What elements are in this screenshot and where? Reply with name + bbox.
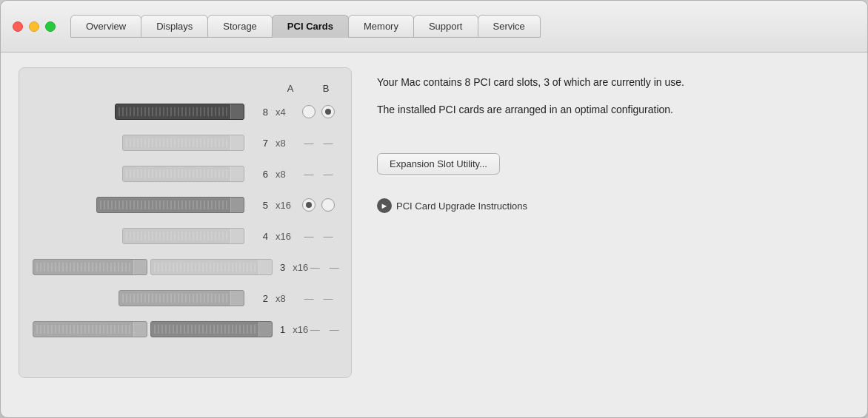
pci-card-right-1 bbox=[150, 321, 273, 337]
description-2: The installed PCI cards are arranged in … bbox=[377, 102, 842, 118]
slot-a-dash-6: — bbox=[302, 169, 316, 180]
slots-header: A B bbox=[33, 83, 338, 94]
slot-number-4: 4 bbox=[252, 231, 268, 242]
slot-indicators-4: —— bbox=[299, 231, 338, 242]
maximize-button[interactable] bbox=[45, 21, 56, 32]
tab-memory[interactable]: Memory bbox=[348, 15, 414, 38]
col-b-label: B bbox=[318, 83, 333, 94]
pci-panel: A B 8x47x8——6x8——5x164x16——3x16——2x8——1x… bbox=[19, 67, 352, 378]
slot-a-dash-1: — bbox=[308, 324, 321, 335]
minimize-button[interactable] bbox=[29, 21, 39, 32]
slot-indicators-3: —— bbox=[308, 262, 341, 273]
slot-indicators-7: —— bbox=[299, 138, 338, 149]
slot-a-radio-5[interactable] bbox=[302, 198, 316, 212]
slot-indicators-2: —— bbox=[299, 293, 338, 304]
tab-support[interactable]: Support bbox=[413, 15, 478, 38]
slot-speed-5: x16 bbox=[276, 200, 299, 211]
slot-number-5: 5 bbox=[252, 200, 268, 211]
slot-speed-6: x8 bbox=[276, 169, 299, 180]
slot-b-radio-5[interactable] bbox=[321, 198, 335, 212]
slot-number-7: 7 bbox=[252, 138, 268, 149]
slots-container: 8x47x8——6x8——5x164x16——3x16——2x8——1x16—— bbox=[33, 100, 338, 341]
slot-speed-8: x4 bbox=[276, 107, 299, 118]
slot-indicators-5 bbox=[299, 198, 338, 212]
upgrade-icon: ► bbox=[377, 198, 392, 213]
description-1: Your Mac contains 8 PCI card slots, 3 of… bbox=[377, 75, 842, 90]
slot-indicators-1: —— bbox=[308, 324, 341, 335]
toolbar: OverviewDisplaysStoragePCI CardsMemorySu… bbox=[1, 1, 867, 53]
slot-speed-1: x16 bbox=[293, 324, 308, 335]
slot-cards-1 bbox=[33, 321, 273, 337]
tab-displays[interactable]: Displays bbox=[141, 15, 208, 38]
pci-card-right-8 bbox=[115, 104, 244, 120]
window-controls bbox=[13, 21, 56, 32]
slot-row-2: 2x8—— bbox=[33, 286, 338, 310]
slot-speed-7: x8 bbox=[276, 138, 299, 149]
pci-card-right-2 bbox=[118, 290, 244, 306]
slot-row-7: 7x8—— bbox=[33, 131, 338, 155]
slot-cards-4 bbox=[33, 228, 244, 244]
slot-cards-6 bbox=[33, 166, 244, 182]
slot-a-radio-8[interactable] bbox=[302, 105, 316, 118]
pci-card-left-3 bbox=[33, 259, 147, 275]
col-a-label: A bbox=[283, 83, 298, 94]
slot-a-dash-7: — bbox=[302, 138, 316, 149]
slot-number-1: 1 bbox=[280, 324, 285, 335]
slot-b-dash-7: — bbox=[321, 138, 335, 149]
pci-card-right-7 bbox=[122, 135, 244, 151]
slot-cards-2 bbox=[33, 290, 244, 306]
slot-row-8: 8x4 bbox=[33, 100, 338, 124]
tab-bar: OverviewDisplaysStoragePCI CardsMemorySu… bbox=[70, 15, 540, 38]
slot-speed-2: x8 bbox=[276, 293, 299, 304]
slot-row-4: 4x16—— bbox=[33, 224, 338, 248]
slot-row-3: 3x16—— bbox=[33, 255, 338, 279]
pci-card-right-3 bbox=[150, 259, 273, 275]
slot-indicators-6: —— bbox=[299, 169, 338, 180]
pci-card-right-4 bbox=[122, 228, 244, 244]
slot-number-6: 6 bbox=[252, 169, 268, 180]
slot-number-2: 2 bbox=[252, 293, 268, 304]
tab-overview[interactable]: Overview bbox=[70, 15, 141, 38]
tab-service[interactable]: Service bbox=[478, 15, 541, 38]
slot-row-5: 5x16 bbox=[33, 193, 338, 217]
tab-storage[interactable]: Storage bbox=[207, 15, 273, 38]
slot-number-3: 3 bbox=[280, 262, 285, 273]
slot-b-dash-4: — bbox=[321, 231, 335, 242]
slot-speed-3: x16 bbox=[293, 262, 308, 273]
slot-b-dash-6: — bbox=[321, 169, 335, 180]
slot-cards-8 bbox=[33, 104, 244, 120]
info-text: Your Mac contains 8 PCI card slots, 3 of… bbox=[377, 75, 842, 129]
pci-card-right-5 bbox=[96, 197, 244, 213]
slot-b-dash-3: — bbox=[327, 262, 341, 273]
pci-card-right-6 bbox=[122, 166, 244, 182]
slot-indicators-8 bbox=[299, 105, 338, 118]
tab-pci-cards[interactable]: PCI Cards bbox=[272, 15, 349, 38]
slot-cards-5 bbox=[33, 197, 244, 213]
slot-b-dash-2: — bbox=[321, 293, 335, 304]
slot-b-radio-8[interactable] bbox=[321, 105, 335, 118]
close-button[interactable] bbox=[13, 21, 23, 32]
info-panel: Your Mac contains 8 PCI card slots, 3 of… bbox=[370, 67, 849, 213]
pci-card-left-1 bbox=[33, 321, 147, 337]
content-area: A B 8x47x8——6x8——5x164x16——3x16——2x8——1x… bbox=[1, 53, 867, 417]
upgrade-instructions-link[interactable]: ► PCI Card Upgrade Instructions bbox=[377, 198, 842, 213]
slot-row-1: 1x16—— bbox=[33, 317, 338, 341]
slot-cards-3 bbox=[33, 259, 273, 275]
slot-row-6: 6x8—— bbox=[33, 162, 338, 186]
expansion-slot-utility-button[interactable]: Expansion Slot Utility... bbox=[377, 153, 500, 175]
slot-speed-4: x16 bbox=[276, 231, 299, 242]
slot-a-dash-3: — bbox=[308, 262, 321, 273]
slot-b-dash-1: — bbox=[327, 324, 341, 335]
slot-a-dash-2: — bbox=[302, 293, 316, 304]
slot-number-8: 8 bbox=[252, 107, 268, 118]
slot-cards-7 bbox=[33, 135, 244, 151]
upgrade-link-label: PCI Card Upgrade Instructions bbox=[396, 200, 527, 212]
main-window: OverviewDisplaysStoragePCI CardsMemorySu… bbox=[0, 0, 868, 418]
slot-a-dash-4: — bbox=[302, 231, 316, 242]
